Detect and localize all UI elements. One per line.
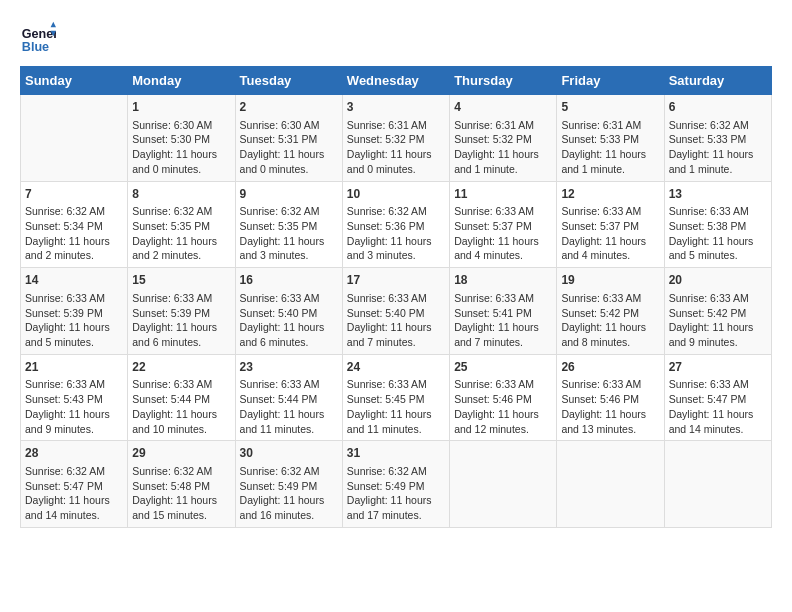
svg-marker-2 (51, 22, 56, 27)
day-number: 1 (132, 99, 230, 116)
day-content: Sunrise: 6:30 AM Sunset: 5:31 PM Dayligh… (240, 118, 338, 177)
calendar-cell: 29Sunrise: 6:32 AM Sunset: 5:48 PM Dayli… (128, 441, 235, 528)
col-header-saturday: Saturday (664, 67, 771, 95)
day-number: 22 (132, 359, 230, 376)
day-content: Sunrise: 6:31 AM Sunset: 5:33 PM Dayligh… (561, 118, 659, 177)
day-number: 27 (669, 359, 767, 376)
day-content: Sunrise: 6:31 AM Sunset: 5:32 PM Dayligh… (347, 118, 445, 177)
day-content: Sunrise: 6:33 AM Sunset: 5:37 PM Dayligh… (561, 204, 659, 263)
calendar-cell: 14Sunrise: 6:33 AM Sunset: 5:39 PM Dayli… (21, 268, 128, 355)
day-number: 6 (669, 99, 767, 116)
col-header-tuesday: Tuesday (235, 67, 342, 95)
day-content: Sunrise: 6:32 AM Sunset: 5:35 PM Dayligh… (240, 204, 338, 263)
col-header-wednesday: Wednesday (342, 67, 449, 95)
col-header-thursday: Thursday (450, 67, 557, 95)
day-number: 12 (561, 186, 659, 203)
col-header-monday: Monday (128, 67, 235, 95)
day-content: Sunrise: 6:33 AM Sunset: 5:41 PM Dayligh… (454, 291, 552, 350)
header: General Blue (20, 20, 772, 56)
calendar-cell (450, 441, 557, 528)
day-number: 9 (240, 186, 338, 203)
calendar-cell: 13Sunrise: 6:33 AM Sunset: 5:38 PM Dayli… (664, 181, 771, 268)
calendar-week-1: 1Sunrise: 6:30 AM Sunset: 5:30 PM Daylig… (21, 95, 772, 182)
day-number: 20 (669, 272, 767, 289)
day-content: Sunrise: 6:30 AM Sunset: 5:30 PM Dayligh… (132, 118, 230, 177)
calendar-cell: 26Sunrise: 6:33 AM Sunset: 5:46 PM Dayli… (557, 354, 664, 441)
calendar-cell: 19Sunrise: 6:33 AM Sunset: 5:42 PM Dayli… (557, 268, 664, 355)
day-number: 31 (347, 445, 445, 462)
day-content: Sunrise: 6:33 AM Sunset: 5:42 PM Dayligh… (669, 291, 767, 350)
day-number: 2 (240, 99, 338, 116)
calendar-cell: 15Sunrise: 6:33 AM Sunset: 5:39 PM Dayli… (128, 268, 235, 355)
calendar-week-3: 14Sunrise: 6:33 AM Sunset: 5:39 PM Dayli… (21, 268, 772, 355)
day-number: 28 (25, 445, 123, 462)
day-content: Sunrise: 6:33 AM Sunset: 5:47 PM Dayligh… (669, 377, 767, 436)
calendar-cell: 30Sunrise: 6:32 AM Sunset: 5:49 PM Dayli… (235, 441, 342, 528)
day-number: 21 (25, 359, 123, 376)
calendar-cell (664, 441, 771, 528)
day-number: 11 (454, 186, 552, 203)
calendar-cell: 28Sunrise: 6:32 AM Sunset: 5:47 PM Dayli… (21, 441, 128, 528)
day-content: Sunrise: 6:33 AM Sunset: 5:46 PM Dayligh… (454, 377, 552, 436)
day-number: 29 (132, 445, 230, 462)
day-number: 3 (347, 99, 445, 116)
calendar-cell: 18Sunrise: 6:33 AM Sunset: 5:41 PM Dayli… (450, 268, 557, 355)
calendar-week-5: 28Sunrise: 6:32 AM Sunset: 5:47 PM Dayli… (21, 441, 772, 528)
calendar-cell: 5Sunrise: 6:31 AM Sunset: 5:33 PM Daylig… (557, 95, 664, 182)
calendar-cell: 4Sunrise: 6:31 AM Sunset: 5:32 PM Daylig… (450, 95, 557, 182)
calendar-cell: 20Sunrise: 6:33 AM Sunset: 5:42 PM Dayli… (664, 268, 771, 355)
calendar-cell: 23Sunrise: 6:33 AM Sunset: 5:44 PM Dayli… (235, 354, 342, 441)
day-content: Sunrise: 6:33 AM Sunset: 5:44 PM Dayligh… (132, 377, 230, 436)
day-content: Sunrise: 6:33 AM Sunset: 5:40 PM Dayligh… (240, 291, 338, 350)
calendar-cell: 22Sunrise: 6:33 AM Sunset: 5:44 PM Dayli… (128, 354, 235, 441)
calendar-week-2: 7Sunrise: 6:32 AM Sunset: 5:34 PM Daylig… (21, 181, 772, 268)
day-number: 4 (454, 99, 552, 116)
day-content: Sunrise: 6:32 AM Sunset: 5:34 PM Dayligh… (25, 204, 123, 263)
calendar-cell: 8Sunrise: 6:32 AM Sunset: 5:35 PM Daylig… (128, 181, 235, 268)
col-header-friday: Friday (557, 67, 664, 95)
calendar-cell: 21Sunrise: 6:33 AM Sunset: 5:43 PM Dayli… (21, 354, 128, 441)
day-content: Sunrise: 6:33 AM Sunset: 5:43 PM Dayligh… (25, 377, 123, 436)
day-number: 18 (454, 272, 552, 289)
col-header-sunday: Sunday (21, 67, 128, 95)
logo: General Blue (20, 20, 60, 56)
day-content: Sunrise: 6:33 AM Sunset: 5:39 PM Dayligh… (132, 291, 230, 350)
calendar-table: SundayMondayTuesdayWednesdayThursdayFrid… (20, 66, 772, 528)
day-number: 10 (347, 186, 445, 203)
day-number: 13 (669, 186, 767, 203)
calendar-week-4: 21Sunrise: 6:33 AM Sunset: 5:43 PM Dayli… (21, 354, 772, 441)
day-content: Sunrise: 6:32 AM Sunset: 5:36 PM Dayligh… (347, 204, 445, 263)
calendar-cell: 16Sunrise: 6:33 AM Sunset: 5:40 PM Dayli… (235, 268, 342, 355)
calendar-cell (557, 441, 664, 528)
calendar-header-row: SundayMondayTuesdayWednesdayThursdayFrid… (21, 67, 772, 95)
calendar-cell: 17Sunrise: 6:33 AM Sunset: 5:40 PM Dayli… (342, 268, 449, 355)
calendar-cell: 3Sunrise: 6:31 AM Sunset: 5:32 PM Daylig… (342, 95, 449, 182)
day-number: 15 (132, 272, 230, 289)
day-number: 19 (561, 272, 659, 289)
day-content: Sunrise: 6:33 AM Sunset: 5:44 PM Dayligh… (240, 377, 338, 436)
day-number: 30 (240, 445, 338, 462)
calendar-cell: 6Sunrise: 6:32 AM Sunset: 5:33 PM Daylig… (664, 95, 771, 182)
day-number: 26 (561, 359, 659, 376)
day-content: Sunrise: 6:33 AM Sunset: 5:38 PM Dayligh… (669, 204, 767, 263)
day-number: 17 (347, 272, 445, 289)
day-content: Sunrise: 6:33 AM Sunset: 5:37 PM Dayligh… (454, 204, 552, 263)
day-content: Sunrise: 6:33 AM Sunset: 5:45 PM Dayligh… (347, 377, 445, 436)
calendar-cell: 9Sunrise: 6:32 AM Sunset: 5:35 PM Daylig… (235, 181, 342, 268)
day-content: Sunrise: 6:33 AM Sunset: 5:39 PM Dayligh… (25, 291, 123, 350)
calendar-cell: 12Sunrise: 6:33 AM Sunset: 5:37 PM Dayli… (557, 181, 664, 268)
calendar-cell: 7Sunrise: 6:32 AM Sunset: 5:34 PM Daylig… (21, 181, 128, 268)
day-number: 8 (132, 186, 230, 203)
calendar-cell: 25Sunrise: 6:33 AM Sunset: 5:46 PM Dayli… (450, 354, 557, 441)
day-content: Sunrise: 6:32 AM Sunset: 5:49 PM Dayligh… (240, 464, 338, 523)
calendar-cell: 11Sunrise: 6:33 AM Sunset: 5:37 PM Dayli… (450, 181, 557, 268)
day-number: 24 (347, 359, 445, 376)
day-number: 25 (454, 359, 552, 376)
day-number: 7 (25, 186, 123, 203)
calendar-cell: 24Sunrise: 6:33 AM Sunset: 5:45 PM Dayli… (342, 354, 449, 441)
day-content: Sunrise: 6:33 AM Sunset: 5:40 PM Dayligh… (347, 291, 445, 350)
day-content: Sunrise: 6:33 AM Sunset: 5:42 PM Dayligh… (561, 291, 659, 350)
calendar-cell: 31Sunrise: 6:32 AM Sunset: 5:49 PM Dayli… (342, 441, 449, 528)
day-content: Sunrise: 6:32 AM Sunset: 5:33 PM Dayligh… (669, 118, 767, 177)
calendar-cell: 27Sunrise: 6:33 AM Sunset: 5:47 PM Dayli… (664, 354, 771, 441)
